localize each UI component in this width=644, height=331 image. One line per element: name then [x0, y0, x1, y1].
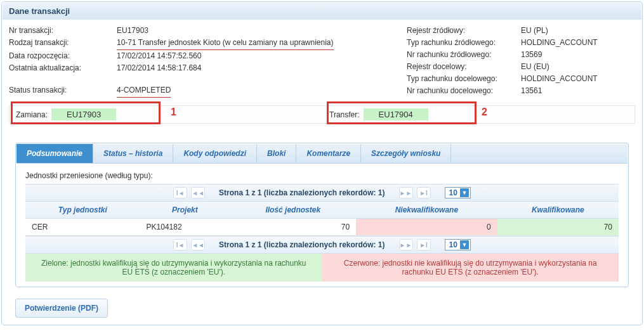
zamiana-label: Zamiana: — [16, 110, 48, 119]
transaction-details-right: Rejestr źródłowy:EU (PL) Typ rachunku źr… — [407, 25, 635, 98]
table-row: CER PK104182 70 0 70 — [25, 219, 619, 236]
next-page-icon[interactable]: ►► — [399, 187, 413, 198]
legend-red: Czerwone: jednostki nie kwalifikują się … — [322, 254, 619, 282]
first-page-icon[interactable]: I◄ — [173, 239, 187, 250]
last-page-icon[interactable]: ►I — [417, 187, 431, 198]
annotation-number-1: 1 — [171, 107, 176, 118]
annotation-number-2: 2 — [482, 107, 487, 118]
tab-podsumowanie[interactable]: Podsumowanie — [16, 144, 93, 163]
cell-type: CER — [25, 219, 140, 236]
dst-reg-label: Rejestr docelowy: — [407, 61, 521, 73]
prev-page-icon[interactable]: ◄◄ — [191, 239, 205, 250]
first-page-icon[interactable]: I◄ — [173, 187, 187, 198]
start-value: 17/02/2014 14:57:52.560 — [117, 50, 201, 62]
tab-komentarze[interactable]: Komentarze — [296, 144, 361, 163]
tab-szczegoly-wniosku[interactable]: Szczegóły wniosku — [361, 144, 451, 163]
type-label: Rodzaj transakcji: — [9, 37, 117, 50]
tab-kody-odpowiedzi[interactable]: Kody odpowiedzi — [173, 144, 257, 163]
units-table: Typ jednostki Projekt Ilość jednostek Ni… — [25, 202, 619, 236]
src-reg-value: EU (PL) — [521, 25, 548, 37]
cell-qual: 70 — [497, 219, 619, 236]
tab-bar: Podsumowanie Status – historia Kody odpo… — [16, 144, 628, 164]
status-label: Status transakcji: — [9, 84, 117, 98]
table-title: Jednostki przeniesione (według typu): — [25, 171, 619, 180]
src-acc-label: Nr rachunku źródłowego: — [407, 49, 521, 61]
col-qual[interactable]: Kwalifikowane — [497, 202, 619, 219]
dst-acc-value: 13561 — [521, 85, 542, 97]
pager-text-bottom: Strona 1 z 1 (liczba znalezionych rekord… — [219, 240, 384, 249]
cell-project: PK104182 — [140, 219, 230, 236]
tab-bloki[interactable]: Bloki — [257, 144, 296, 163]
col-type[interactable]: Typ jednostki — [25, 202, 140, 219]
zamiana-value[interactable]: EU17903 — [51, 108, 116, 120]
cell-nonqual: 0 — [356, 219, 497, 236]
linked-transactions-row: Zamiana: EU17903 Transfer: EU17904 1 2 — [9, 105, 635, 124]
pager-bottom: I◄ ◄◄ Strona 1 z 1 (liczba znalezionych … — [25, 236, 619, 254]
dst-reg-value: EU (EU) — [521, 61, 549, 73]
next-page-icon[interactable]: ►► — [399, 239, 413, 250]
caret-down-icon: ▼ — [460, 240, 469, 249]
update-label: Ostatnia aktualizacja: — [9, 62, 117, 74]
last-page-icon[interactable]: ►I — [417, 239, 431, 250]
pdf-confirm-button[interactable]: Potwierdzenie (PDF) — [15, 299, 108, 318]
page-size-select[interactable]: 10 ▼ — [445, 187, 471, 198]
src-type-label: Typ rachunku źródłowego: — [407, 37, 521, 49]
col-nonqual[interactable]: Niekwalifikowane — [356, 202, 497, 219]
pager-top: I◄ ◄◄ Strona 1 z 1 (liczba znalezionych … — [25, 184, 619, 202]
dst-type-label: Typ rachunku docelowego: — [407, 73, 521, 85]
page-size-value: 10 — [449, 240, 457, 249]
dst-type-value: HOLDING_ACCOUNT — [521, 73, 598, 85]
update-value: 17/02/2014 14:58:17.684 — [117, 62, 201, 74]
legend: Zielone: jednostki kwalifikują się do ut… — [25, 254, 619, 282]
type-value: 10-71 Transfer jednostek Kioto (w celu z… — [117, 37, 334, 50]
transfer-value[interactable]: EU17904 — [364, 108, 428, 120]
caret-down-icon: ▼ — [460, 188, 469, 197]
page-size-select[interactable]: 10 ▼ — [445, 239, 471, 250]
panel-title: Dane transakcji — [3, 3, 641, 20]
dst-acc-label: Nr rachunku docelowego: — [407, 85, 521, 97]
tab-status-historia[interactable]: Status – historia — [93, 144, 173, 163]
pager-text-top: Strona 1 z 1 (liczba znalezionych rekord… — [219, 188, 384, 197]
transfer-label: Transfer: — [329, 110, 360, 119]
summary-panel: Podsumowanie Status – historia Kody odpo… — [15, 143, 629, 287]
start-label: Data rozpoczęcia: — [9, 50, 117, 62]
legend-green: Zielone: jednostki kwalifikują się do ut… — [25, 254, 322, 282]
page-size-value: 10 — [449, 188, 457, 197]
prev-page-icon[interactable]: ◄◄ — [191, 187, 205, 198]
nr-label: Nr transakcji: — [9, 25, 117, 37]
col-project[interactable]: Projekt — [140, 202, 230, 219]
src-acc-value: 13569 — [521, 49, 542, 61]
nr-value: EU17903 — [117, 25, 148, 37]
src-reg-label: Rejestr źródłowy: — [407, 25, 521, 37]
transaction-details-left: Nr transakcji:EU17903 Rodzaj transakcji:… — [9, 25, 388, 98]
src-type-value: HOLDING_ACCOUNT — [521, 37, 598, 49]
status-value: 4-COMPLETED — [117, 84, 171, 98]
col-qty[interactable]: Ilość jednostek — [230, 202, 356, 219]
cell-qty: 70 — [230, 219, 356, 236]
transaction-panel: Dane transakcji Nr transakcji:EU17903 Ro… — [1, 1, 643, 325]
